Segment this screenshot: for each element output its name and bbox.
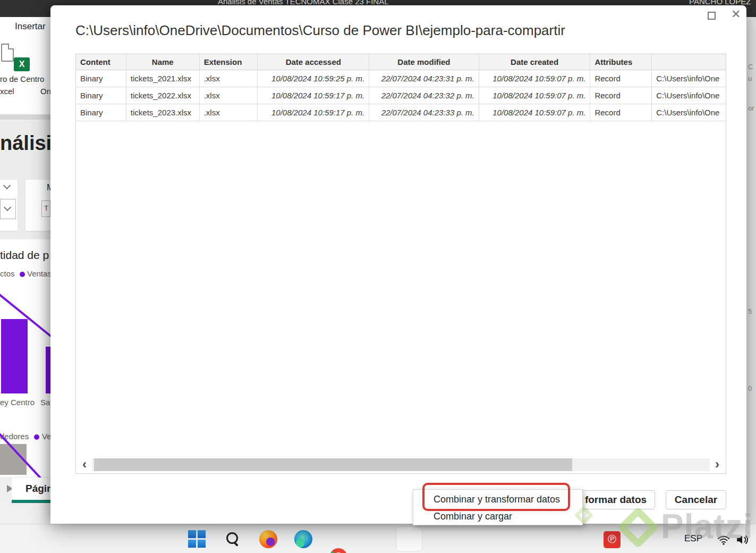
- table-row: Binary tickets_2021.xlsx .xlsx 10/08/202…: [76, 70, 726, 87]
- cell-name: tickets_2023.xlsx: [126, 104, 200, 121]
- cancel-button[interactable]: Cancelar: [666, 490, 726, 509]
- column-header: Date accessed: [258, 54, 369, 70]
- axis-label-fragment: Sa: [40, 398, 50, 407]
- cell-folder-path: C:\Users\info\One: [652, 104, 726, 121]
- table-row: Binary tickets_2022.xlsx .xlsx 10/08/202…: [76, 87, 726, 104]
- search-icon[interactable]: [224, 530, 242, 548]
- ribbon-divider: [0, 114, 50, 120]
- cell-attributes: Record: [590, 70, 652, 87]
- text-fragment: C: [748, 63, 753, 71]
- cell-attributes: Record: [590, 87, 652, 104]
- bar-series: [46, 347, 50, 393]
- cell-content: Binary: [76, 87, 126, 104]
- active-app-plate: [396, 526, 422, 551]
- combine-split-menu: Combinar y transformar datos Combinar y …: [413, 489, 583, 525]
- ribbon-tab-insertar[interactable]: Insertar: [15, 21, 46, 32]
- column-header: Attributes: [590, 54, 652, 70]
- chrome-icon[interactable]: [329, 548, 347, 553]
- scrollbar-thumb[interactable]: [94, 458, 572, 471]
- status-bar-fragment: [0, 504, 50, 524]
- language-indicator[interactable]: ESP: [684, 533, 702, 544]
- screen: Análisis de Ventas TECNOMAX Clase 23 FIN…: [0, 0, 756, 553]
- slicer-label-fragment: M: [47, 183, 50, 192]
- legend-fragment: ctos: [0, 269, 15, 278]
- cell-folder-path: C:\Users\info\One: [652, 87, 726, 104]
- ribbon-button-caption: On: [40, 87, 50, 96]
- cell-date-accessed: 10/08/2024 10:59:17 p. m.: [258, 104, 369, 121]
- slicer-dropdown[interactable]: [0, 199, 16, 219]
- legend-fragment: Ve: [42, 432, 50, 441]
- volume-icon[interactable]: [734, 533, 750, 547]
- legend-dot-icon: [34, 434, 39, 440]
- scroll-left-icon[interactable]: ‹: [77, 458, 92, 472]
- cell-date-modified: 22/07/2024 04:23:31 p. m.: [369, 70, 479, 87]
- menu-item-combine-transform[interactable]: Combinar y transformar datos: [413, 494, 582, 505]
- slicer-value-box[interactable]: T: [41, 200, 50, 217]
- column-header: Extension: [200, 54, 258, 70]
- taskbar: T ! ℗ ! ESP: [0, 524, 756, 553]
- firefox-icon[interactable]: [259, 530, 277, 548]
- column-header: Date modified: [369, 54, 479, 70]
- text-fragment: 5: [748, 307, 752, 315]
- text-fragment: 0: [748, 384, 752, 392]
- cell-name: tickets_2021.xlsx: [126, 70, 200, 87]
- ribbon-button-caption: xcel: [0, 87, 14, 96]
- table-row: Binary tickets_2023.xlsx .xlsx 10/08/202…: [76, 104, 726, 121]
- cell-folder-path: C:\Users\info\One: [652, 70, 726, 87]
- cell-name: tickets_2022.xlsx: [126, 87, 200, 104]
- dialog-title-path: C:\Users\info\OneDrive\Documentos\Curso …: [75, 22, 565, 39]
- edge-icon[interactable]: [294, 530, 312, 548]
- cell-date-accessed: 10/08/2024 10:59:25 p. m.: [258, 70, 369, 87]
- start-button-icon[interactable]: [188, 530, 206, 548]
- cell-content: Binary: [76, 104, 126, 121]
- page-tab-label: Págin: [26, 483, 50, 495]
- cell-extension: .xlsx: [200, 87, 258, 104]
- column-header: Content: [76, 54, 126, 70]
- background-powerbi-left: Insertar X ro de Centro xcel On nálisis …: [0, 17, 50, 524]
- combine-transform-button[interactable]: formar datos: [576, 490, 655, 509]
- combine-files-dialog: ✕ C:\Users\info\OneDrive\Documentos\Curs…: [50, 5, 746, 524]
- cell-date-modified: 22/07/2024 04:23:33 p. m.: [369, 104, 479, 121]
- column-header: Date created: [479, 54, 591, 70]
- menu-item-combine-load[interactable]: Combinar y cargar: [413, 511, 582, 522]
- text-fragment: or: [748, 104, 754, 112]
- legend-fragment: Ventas: [27, 269, 50, 278]
- page-tab-underline: [12, 500, 50, 503]
- excel-badge-icon: X: [14, 57, 30, 71]
- restore-window-icon[interactable]: [708, 12, 716, 20]
- cell-content: Binary: [76, 70, 126, 87]
- cell-attributes: Record: [590, 104, 652, 121]
- excel-workbook-icon[interactable]: [1, 44, 14, 62]
- cell-date-accessed: 10/08/2024 10:59:17 p. m.: [258, 87, 369, 104]
- red-p-app-icon[interactable]: ℗: [604, 531, 621, 548]
- ribbon-button-caption: ro de Centro: [0, 74, 44, 83]
- table-header: Content Name Extension Date accessed Dat…: [76, 54, 726, 70]
- wifi-icon[interactable]: [716, 534, 731, 547]
- chevron-down-icon: [4, 204, 11, 211]
- cell-extension: .xlsx: [200, 70, 258, 87]
- report-title-fragment: nálisis: [0, 132, 50, 155]
- axis-label-fragment: ey Centro: [0, 398, 35, 407]
- column-header: Name: [126, 54, 200, 70]
- cell-date-modified: 22/07/2024 04:23:32 p. m.: [369, 87, 479, 104]
- column-header: [652, 54, 726, 70]
- cell-extension: .xlsx: [200, 104, 258, 121]
- horizontal-scrollbar[interactable]: ‹ ›: [77, 458, 725, 472]
- cell-date-created: 10/08/2024 10:59:07 p. m.: [479, 104, 591, 121]
- background-powerbi-right: C u or 5 0: [746, 17, 756, 524]
- text-fragment: u: [748, 74, 752, 82]
- close-icon[interactable]: ✕: [731, 7, 741, 21]
- bar-series: [1, 319, 28, 393]
- cell-date-created: 10/08/2024 10:59:07 p. m.: [479, 70, 591, 87]
- legend-dot-icon: [20, 272, 25, 277]
- scroll-right-icon[interactable]: ›: [710, 458, 725, 472]
- file-preview-table: Content Name Extension Date accessed Dat…: [75, 54, 726, 474]
- cell-date-created: 10/08/2024 10:59:07 p. m.: [479, 87, 591, 104]
- chart-title-fragment: tidad de p: [0, 249, 49, 262]
